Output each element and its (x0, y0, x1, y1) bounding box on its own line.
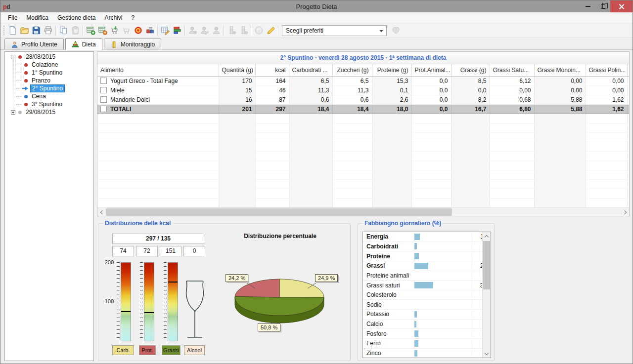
menu-item-gestione-dieta[interactable]: Gestione dieta (53, 13, 100, 22)
tree-item-label[interactable]: 2° Spuntino (30, 84, 65, 92)
toolbar-separator (224, 25, 224, 36)
needs-row-grassi: Grassi28 (362, 261, 491, 271)
totals-row[interactable]: TOTALI20129718,418,418,00,016,76,805,881… (97, 104, 630, 114)
scroll-right-button[interactable] (621, 208, 629, 216)
tree-item-label[interactable]: 3° Spuntino (30, 101, 64, 108)
chevron-up-icon (485, 235, 489, 239)
row-checkbox[interactable] (100, 106, 107, 112)
row-checkbox[interactable] (100, 87, 107, 93)
tree-item-pranzo[interactable]: Pranzo (5, 77, 93, 84)
user-add-icon (188, 26, 197, 35)
wine-glass-icon (183, 279, 206, 343)
save-icon (32, 26, 41, 35)
tree-item-label[interactable]: Cena (30, 93, 47, 100)
window-title: Progetto Dieta (0, 3, 633, 10)
column-header-quantit-g-[interactable]: Quantità (g) (219, 64, 255, 76)
food-name: Mandorle Dolci (110, 96, 150, 103)
edit-pencil-button[interactable] (265, 25, 276, 37)
tree-item-1-spuntino[interactable]: 1° Spuntino (5, 69, 93, 77)
titlebar: pd Progetto Dieta (0, 0, 633, 12)
tree-item-2-spuntino[interactable]: 2° Spuntino (5, 84, 93, 92)
target-button[interactable] (132, 25, 144, 37)
tree-bullet-icon (24, 63, 28, 67)
menu-item-file[interactable]: File (3, 13, 22, 22)
open-folder-button[interactable] (18, 25, 30, 37)
empty-row (97, 161, 630, 170)
column-header-alimento[interactable]: Alimento (97, 64, 219, 76)
user-edit-icon (200, 26, 209, 35)
cubes-button[interactable] (144, 25, 156, 37)
tree-item-label[interactable]: Pranzo (30, 77, 52, 84)
needs-label: Zinco (366, 350, 414, 357)
needs-row-energia: Energia11 (362, 232, 491, 242)
empty-row (97, 132, 630, 142)
needs-row-zinco: Zinco6 (362, 349, 491, 358)
tab-dieta[interactable]: Dieta (65, 38, 102, 50)
table-edit-button[interactable] (159, 25, 171, 37)
scroll-left-button[interactable] (97, 208, 106, 216)
open-folder-icon (20, 26, 29, 35)
needs-label: Grassi saturi (366, 282, 414, 289)
table-row[interactable]: Mandorle Dolci16870,60,62,60,08,20,685,8… (97, 95, 630, 104)
user-button (210, 25, 222, 37)
needs-label: Proteine (366, 253, 414, 260)
scroll-up-button[interactable] (483, 232, 491, 241)
new-document-button[interactable] (6, 25, 18, 37)
column-header-proteine-g-[interactable]: Proteine (g) (372, 64, 411, 76)
horizontal-scroll-thumb[interactable] (106, 208, 452, 216)
table-row[interactable]: Yogurt Greco - Total Fage1701646,56,515,… (97, 76, 630, 85)
column-header-zuccheri-g-[interactable]: Zuccheri (g) (332, 64, 372, 76)
minimize-button[interactable] (581, 0, 595, 12)
tree-item-cena[interactable]: Cena (5, 92, 93, 100)
chart-bars-button[interactable] (171, 25, 183, 37)
needs-bar (414, 311, 417, 318)
table-remove-button[interactable] (96, 25, 108, 37)
tree-item-28-08-2015[interactable]: 28/08/2015 (5, 53, 93, 61)
column-header-grassi-monoin-[interactable]: Grassi Monoin... (534, 64, 586, 76)
tree-item-colazione[interactable]: Colazione (5, 61, 93, 69)
tree-item-label[interactable]: 29/08/2015 (24, 109, 57, 116)
column-header-carboidrati-[interactable]: Carboidrati ... (289, 64, 332, 76)
tree-item-label[interactable]: 28/08/2015 (24, 53, 57, 60)
save-button[interactable] (30, 25, 42, 37)
column-header-prot-animal-[interactable]: Prot.Animal... (411, 64, 451, 76)
column-header-grassi-polin-[interactable]: Grassi Polin... (586, 64, 627, 76)
copy-button[interactable] (57, 25, 69, 37)
menu-item--[interactable]: ? (127, 13, 139, 22)
copy-icon (59, 26, 68, 35)
combo-dropdown-icon[interactable] (379, 30, 383, 32)
close-button[interactable] (610, 0, 633, 12)
tree-bullet-icon (24, 71, 28, 75)
column-header-grassi-g-[interactable]: Grassi (g) (451, 64, 490, 76)
vertical-scrollbar[interactable] (482, 232, 491, 358)
person-icon (11, 41, 18, 48)
scroll-down-button[interactable] (483, 349, 491, 358)
tree-item-3-spuntino[interactable]: 3° Spuntino (5, 100, 93, 108)
cart-add-button[interactable] (108, 25, 120, 37)
tab-monitoraggio[interactable]: Monitoraggio (104, 39, 161, 50)
row-checkbox[interactable] (100, 96, 107, 103)
table-add-button[interactable] (85, 25, 96, 37)
horizontal-scrollbar[interactable] (97, 207, 629, 216)
row-checkbox[interactable] (100, 78, 107, 84)
gauge-marker (144, 312, 154, 313)
column-header-c[interactable]: C (627, 64, 630, 76)
needs-bar (414, 282, 433, 288)
table-row[interactable]: Miele154611,311,30,10,00,00,000,000,00 (97, 85, 630, 95)
vertical-scroll-thumb[interactable] (483, 241, 490, 289)
tree-item-label[interactable]: 1° Spuntino (30, 69, 64, 76)
column-header-grassi-satu-[interactable]: Grassi Satu... (490, 64, 534, 76)
column-header-kcal[interactable]: kcal (255, 64, 289, 76)
tree-item-29-08-2015[interactable]: 29/08/2015 (5, 108, 93, 116)
needs-row-potassio: Potassio5 (362, 310, 491, 320)
menu-item-modifica[interactable]: Modifica (22, 13, 53, 22)
print-button[interactable] (42, 25, 54, 37)
tab-profilo-utente[interactable]: Profilo Utente (4, 39, 64, 50)
cart-add-icon (110, 26, 119, 35)
tree-item-label[interactable]: Colazione (30, 61, 59, 68)
ruler-icon (110, 41, 118, 48)
restore-button[interactable] (595, 0, 610, 12)
ruler-remove-button (237, 25, 249, 37)
menu-item-archivi[interactable]: Archivi (100, 13, 127, 22)
favorites-combobox[interactable]: Scegli preferiti (282, 25, 387, 36)
